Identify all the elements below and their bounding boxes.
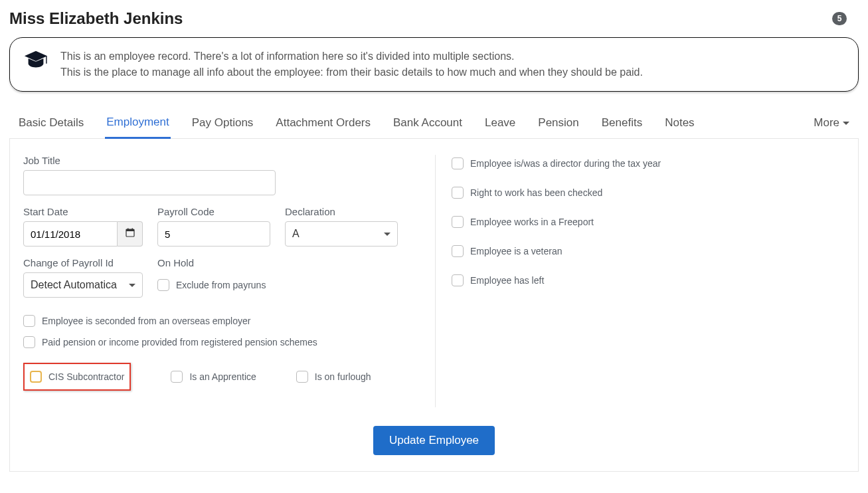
change-payroll-id-label: Change of Payroll Id [23,257,143,268]
exclude-payruns-label: Exclude from payruns [176,280,266,290]
declaration-value: A [292,228,300,240]
svg-rect-0 [46,56,46,63]
tab-pay-options[interactable]: Pay Options [191,108,255,138]
employee-left-checkbox[interactable] [452,274,464,286]
chevron-down-icon [384,233,391,236]
tab-benefits[interactable]: Benefits [600,108,644,138]
seconded-checkbox[interactable] [23,315,35,327]
exclude-payruns-checkbox[interactable] [157,279,169,291]
tab-notes[interactable]: Notes [663,108,695,138]
tab-more-label: More [814,116,839,130]
apprentice-label: Is an Apprentice [189,371,256,382]
tab-employment[interactable]: Employment [105,108,170,139]
veteran-checkbox[interactable] [452,245,464,257]
cis-highlight: CIS Subcontractor [23,363,131,391]
date-picker-button[interactable] [118,221,143,246]
veteran-label: Employee is a veteran [470,246,563,256]
cis-subcontractor-label: CIS Subcontractor [48,371,124,382]
info-line-1: This is an employee record. There's a lo… [60,49,643,64]
declaration-select[interactable]: A [285,221,398,246]
employee-left-label: Employee has left [470,275,544,286]
change-payroll-id-select[interactable]: Detect Automatica [23,272,143,298]
director-checkbox[interactable] [452,157,464,169]
freeport-checkbox[interactable] [452,216,464,228]
declaration-label: Declaration [285,206,398,217]
job-title-input[interactable] [23,170,276,195]
job-title-label: Job Title [23,155,276,166]
on-hold-label: On Hold [157,257,292,268]
tab-more[interactable]: More [812,108,851,138]
graduation-cap-icon [23,49,48,74]
director-label: Employee is/was a director during the ta… [470,158,661,169]
right-to-work-label: Right to work has been checked [470,187,602,198]
cis-subcontractor-checkbox[interactable] [30,371,42,383]
calendar-icon [126,228,135,240]
payroll-code-input[interactable] [157,221,270,246]
furlough-checkbox[interactable] [296,371,308,383]
employment-panel: Job Title Start Date [9,139,859,472]
seconded-label: Employee is seconded from an overseas em… [42,316,250,326]
apprentice-checkbox[interactable] [171,371,183,383]
info-line-2: This is the place to manage all info abo… [60,64,643,80]
right-to-work-checkbox[interactable] [452,187,464,199]
svg-rect-3 [128,229,129,231]
chevron-down-icon [129,284,135,287]
tab-pension[interactable]: Pension [537,108,580,138]
chevron-down-icon [843,122,849,125]
page-title: Miss Elizabeth Jenkins [9,9,183,28]
svg-rect-2 [126,229,134,231]
notification-badge[interactable]: 5 [832,12,847,25]
tab-leave[interactable]: Leave [483,108,517,138]
furlough-label: Is on furlough [315,371,371,382]
start-date-label: Start Date [23,206,143,217]
paid-pension-label: Paid pension or income provided from reg… [42,337,317,347]
freeport-label: Employee works in a Freeport [470,217,594,227]
change-payroll-id-value: Detect Automatica [31,279,117,291]
svg-rect-4 [131,229,133,231]
info-banner: This is an employee record. There's a lo… [9,37,859,92]
tab-bank-account[interactable]: Bank Account [392,108,464,138]
tab-basic-details[interactable]: Basic Details [17,108,85,138]
start-date-input[interactable] [23,221,118,246]
update-employee-button[interactable]: Update Employee [373,426,495,455]
tabs-bar: Basic Details Employment Pay Options Att… [9,108,859,139]
payroll-code-label: Payroll Code [157,206,270,217]
tab-attachment-orders[interactable]: Attachment Orders [274,108,372,138]
paid-pension-checkbox[interactable] [23,336,35,348]
